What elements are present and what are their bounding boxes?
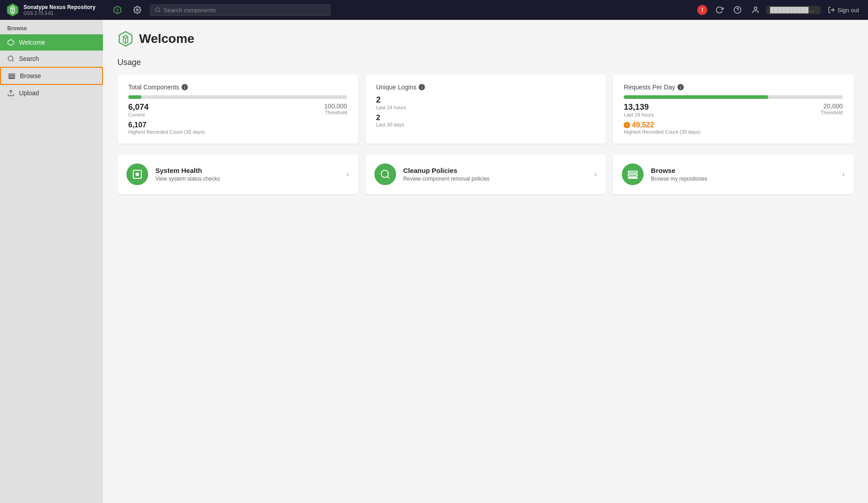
requests-per-day-info-icon[interactable]: i [677, 84, 684, 90]
svg-line-13 [12, 60, 14, 61]
browse-sidebar-icon [8, 72, 15, 79]
alert-badge[interactable]: ! [696, 4, 709, 16]
stat-card-unique-logins: Unique Logins i 2 Last 24 hours 2 Last 3… [365, 75, 606, 144]
requests-per-day-secondary: ! 49,522 Highest Recorded Count (30 days… [624, 121, 843, 135]
sidebar-section-browse: Browse [0, 20, 103, 34]
cleanup-policies-icon [380, 169, 391, 180]
upload-sidebar-icon [7, 89, 14, 97]
sidebar: Browse Welcome Search [0, 20, 103, 503]
requests-per-day-threshold-label: Threshold [821, 110, 843, 115]
sidebar-item-browse-label: Browse [20, 72, 41, 79]
system-health-title: System Health [155, 167, 339, 174]
sidebar-item-search-label: Search [19, 55, 39, 62]
system-health-icon [132, 169, 143, 180]
sidebar-item-welcome[interactable]: Welcome [0, 34, 103, 51]
total-components-threshold-label: Threshold [324, 110, 347, 115]
sidebar-item-upload-label: Upload [19, 89, 39, 97]
total-components-threshold: 100,000 [324, 102, 347, 110]
system-health-desc: View system status checks [155, 176, 339, 182]
total-components-secondary-label: Highest Recorded Count (30 days) [128, 129, 347, 135]
cleanup-policies-desc: Review component removal policies [403, 176, 587, 182]
svg-marker-11 [8, 39, 14, 45]
svg-rect-16 [9, 78, 14, 79]
total-components-progress-bg [128, 95, 347, 99]
browse-action-text: Browse Browse my repositories [651, 167, 835, 182]
action-card-cleanup-policies[interactable]: Cleanup Policies Review component remova… [365, 154, 606, 194]
unique-logins-current-label: Last 24 hours [376, 105, 406, 110]
unique-logins-secondary-value: 2 [376, 114, 595, 122]
main-content: Welcome Usage Total Components i 6,074 C… [103, 20, 868, 503]
stat-title-unique-logins: Unique Logins i [376, 84, 595, 91]
total-components-info-icon[interactable]: i [182, 84, 188, 90]
username-display: ████████████████ [766, 6, 821, 14]
signout-button[interactable]: Sign out [824, 5, 863, 15]
cleanup-policies-text: Cleanup Policies Review component remova… [403, 167, 587, 182]
svg-point-4 [136, 9, 139, 11]
svg-line-6 [159, 11, 160, 12]
unique-logins-stat-row: 2 Last 24 hours [376, 95, 595, 110]
browse-action-arrow-icon: › [842, 170, 845, 178]
system-health-arrow-icon: › [346, 170, 349, 178]
unique-logins-secondary-label: Last 30 days [376, 122, 595, 127]
page-title-icon [117, 31, 134, 47]
sidebar-item-search[interactable]: Search [0, 51, 103, 67]
unique-logins-current: 2 [376, 95, 406, 105]
svg-rect-26 [628, 177, 637, 178]
action-card-browse[interactable]: Browse Browse my repositories › [613, 154, 854, 194]
refresh-button[interactable] [712, 3, 727, 17]
settings-button[interactable] [130, 3, 145, 17]
usage-section-label: Usage [117, 58, 854, 67]
brand: Sonatype Nexus Repository OSS 3.70.3-01 [5, 3, 105, 17]
nexus-logo-icon [5, 3, 20, 17]
svg-rect-14 [9, 74, 14, 75]
requests-per-day-secondary-label: Highest Recorded Count (30 days) [624, 129, 843, 135]
svg-point-9 [754, 7, 757, 9]
stat-title-total-components: Total Components i [128, 84, 347, 91]
browse-action-icon [627, 169, 638, 180]
cleanup-policies-title: Cleanup Policies [403, 167, 587, 174]
nexus-home-button[interactable] [110, 3, 125, 17]
search-input[interactable] [163, 7, 326, 14]
browse-action-desc: Browse my repositories [651, 176, 835, 182]
unique-logins-secondary: 2 Last 30 days [376, 114, 595, 127]
requests-per-day-secondary-value: ! 49,522 [624, 121, 843, 129]
system-health-icon-wrap [126, 163, 148, 185]
stat-card-total-components: Total Components i 6,074 Current 100,000… [117, 75, 358, 144]
system-health-text: System Health View system status checks [155, 167, 339, 182]
user-button[interactable] [748, 3, 763, 17]
sidebar-item-upload[interactable]: Upload [0, 85, 103, 101]
unique-logins-info-icon[interactable]: i [419, 84, 425, 90]
svg-point-22 [381, 170, 388, 177]
sidebar-item-browse[interactable]: Browse [0, 67, 103, 85]
requests-per-day-progress-bg [624, 95, 843, 99]
stat-card-requests-per-day: Requests Per Day i 13,139 Last 24 hours … [613, 75, 854, 144]
warning-dot-icon: ! [624, 122, 630, 128]
requests-per-day-threshold: 20,000 [821, 102, 843, 110]
help-button[interactable] [730, 3, 745, 17]
topnav-right: ! ████████████████ [696, 3, 863, 17]
requests-per-day-current: 13,139 [624, 102, 654, 112]
page-title-row: Welcome [117, 31, 854, 47]
stats-cards-row: Total Components i 6,074 Current 100,000… [117, 75, 854, 144]
svg-rect-25 [628, 174, 637, 176]
cleanup-policies-arrow-icon: › [594, 170, 597, 178]
requests-per-day-progress-fill [624, 95, 768, 99]
svg-line-23 [387, 177, 389, 178]
browse-action-icon-wrap [622, 163, 644, 185]
topnav: Sonatype Nexus Repository OSS 3.70.3-01 … [0, 0, 868, 20]
action-cards-row: System Health View system status checks … [117, 154, 854, 194]
search-bar [150, 5, 331, 16]
page-title: Welcome [139, 32, 194, 46]
browse-action-title: Browse [651, 167, 835, 174]
svg-point-12 [8, 56, 13, 61]
search-icon [155, 7, 161, 13]
action-card-system-health[interactable]: System Health View system status checks … [117, 154, 358, 194]
svg-rect-24 [628, 171, 637, 173]
cleanup-policies-icon-wrap [374, 163, 396, 185]
svg-point-5 [156, 8, 160, 12]
layout: Browse Welcome Search [0, 20, 868, 503]
total-components-stat-row: 6,074 Current 100,000 Threshold [128, 102, 347, 117]
total-components-secondary: 6,107 Highest Recorded Count (30 days) [128, 121, 347, 135]
total-components-secondary-value: 6,107 [128, 121, 347, 129]
total-components-current: 6,074 [128, 102, 149, 112]
